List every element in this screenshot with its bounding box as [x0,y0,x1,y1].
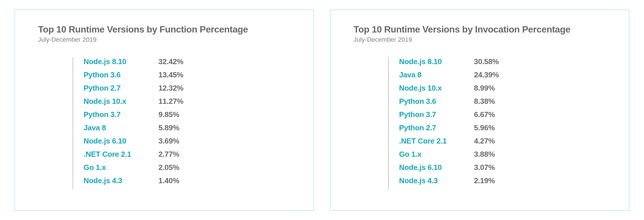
panel-subtitle: July-December 2019 [38,36,296,43]
table-row: .NET Core 2.12.77% [84,150,183,163]
runtime-value: 12.32% [158,84,183,93]
table-rows: Node.js 8.1030.58% Java 824.39% Node.js … [389,57,499,190]
runtime-value: 30.58% [474,57,499,66]
runtime-label: Node.js 6.10 [84,137,158,146]
table-row: Node.js 4.32.19% [399,176,499,190]
table-row: Node.js 6.103.69% [84,137,183,150]
runtime-label: Python 2.7 [84,84,158,93]
panel-function-percentage: Top 10 Runtime Versions by Function Perc… [14,9,314,211]
table-row: Node.js 6.103.07% [399,163,499,176]
runtime-value: 11.27% [158,97,183,106]
table-row: Python 3.76.67% [399,110,499,123]
runtime-label: Go 1.x [399,150,474,159]
table-row: Python 2.712.32% [84,84,183,97]
table-row: .NET Core 2.14.27% [399,137,499,150]
runtime-value: 2.05% [158,163,179,172]
runtime-value: 32.42% [158,57,183,66]
runtime-value: 2.77% [158,150,179,159]
runtime-label: Python 3.7 [84,110,158,119]
table-row: Java 824.39% [399,70,499,84]
table-row: Go 1.x2.05% [84,163,183,176]
panel-subtitle: July-December 2019 [354,36,612,43]
runtime-label: Python 3.6 [84,70,158,79]
runtime-label: .NET Core 2.1 [84,150,158,159]
table-row: Python 3.68.38% [399,97,499,110]
runtime-value: 4.27% [474,137,495,146]
runtime-label: Python 2.7 [399,123,474,132]
runtime-label: Node.js 4.3 [399,176,474,185]
panel-title: Top 10 Runtime Versions by Invocation Pe… [354,24,612,35]
runtime-label: Python 3.7 [399,110,474,119]
table-row: Python 3.79.85% [84,110,183,123]
table-row: Node.js 10.x11.27% [84,97,183,110]
panel-invocation-percentage: Top 10 Runtime Versions by Invocation Pe… [330,9,630,211]
table-row: Node.js 10.x8.99% [399,84,499,97]
runtime-label: Node.js 8.10 [84,57,158,66]
table-row: Node.js 8.1030.58% [399,57,499,70]
runtime-label: Node.js 6.10 [399,163,474,172]
runtime-value: 8.38% [474,97,495,106]
panel-title: Top 10 Runtime Versions by Function Perc… [38,24,296,35]
runtime-label: .NET Core 2.1 [399,137,474,146]
table-row: Python 2.75.96% [399,123,499,137]
runtime-value: 9.85% [158,110,179,119]
runtime-value: 1.40% [158,176,179,185]
table-row: Go 1.x3.88% [399,150,499,163]
runtime-label: Java 8 [399,70,474,79]
runtime-value: 5.96% [474,123,495,132]
runtime-value: 8.99% [474,84,495,93]
runtime-label: Node.js 4.3 [84,176,158,185]
runtime-label: Node.js 10.x [84,97,158,106]
runtime-value: 3.69% [158,137,179,146]
table-wrap: Node.js 8.1030.58% Java 824.39% Node.js … [388,57,612,190]
table-row: Node.js 4.31.40% [84,176,183,190]
table-wrap: Node.js 8.1032.42% Python 3.613.45% Pyth… [73,57,296,190]
runtime-value: 3.88% [474,150,495,159]
runtime-label: Node.js 10.x [399,84,474,93]
table-rows: Node.js 8.1032.42% Python 3.613.45% Pyth… [73,57,183,190]
runtime-value: 13.45% [158,70,183,79]
table-row: Node.js 8.1032.42% [84,57,183,70]
table-row: Python 3.613.45% [84,70,183,84]
runtime-value: 3.07% [474,163,495,172]
table-row: Java 85.89% [84,123,183,137]
runtime-label: Python 3.6 [399,97,474,106]
runtime-label: Go 1.x [84,163,158,172]
runtime-value: 2.19% [474,176,495,185]
runtime-label: Node.js 8.10 [399,57,474,66]
runtime-label: Java 8 [84,123,158,132]
runtime-value: 5.89% [158,123,179,132]
runtime-value: 6.67% [474,110,495,119]
runtime-value: 24.39% [474,70,499,79]
